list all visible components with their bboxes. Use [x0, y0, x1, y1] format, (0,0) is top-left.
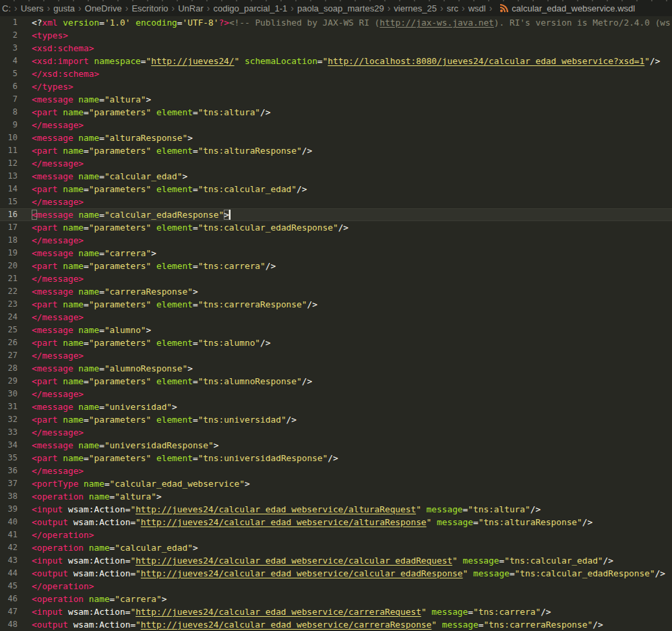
code-line[interactable]: 22<message name="carreraResponse">: [0, 285, 672, 298]
code-line[interactable]: 40<output wsam:Action="http://jueves24/c…: [0, 516, 672, 529]
code-token: "tns:calcular_edadResponse": [198, 222, 338, 233]
line-number: 5: [0, 67, 18, 80]
code-line[interactable]: 43<input wsam:Action="http://jueves24/ca…: [0, 554, 672, 567]
code-text: <operation name="carrera">: [18, 593, 166, 605]
breadcrumb-segment[interactable]: Users: [20, 3, 44, 13]
code-token: =: [193, 376, 198, 386]
line-number: 25: [0, 324, 18, 336]
code-line[interactable]: 29<part name="parameters" element="tns:a…: [0, 375, 672, 388]
code-token: "parameters": [89, 107, 151, 117]
line-number: 32: [0, 413, 18, 426]
code-token: />: [260, 338, 270, 348]
code-token: =: [99, 94, 104, 104]
code-line[interactable]: 14<part name="parameters" element="tns:c…: [0, 183, 672, 196]
code-token: >: [146, 325, 152, 335]
code-line[interactable]: 7<message name="altura">: [0, 93, 672, 106]
code-line[interactable]: 10<message name="alturaResponse">: [0, 131, 672, 144]
code-line[interactable]: 6</types>: [0, 80, 672, 93]
code-token: />: [302, 146, 312, 156]
code-line[interactable]: 47<input wsam:Action="http://jueves24/ca…: [0, 605, 672, 618]
line-number: 9: [0, 119, 18, 131]
breadcrumb-segment[interactable]: OneDrive: [84, 3, 123, 13]
code-line[interactable]: 36</message>: [0, 464, 672, 477]
line-number: 13: [0, 170, 18, 183]
code-line[interactable]: 32<part name="parameters" element="tns:u…: [0, 413, 672, 426]
breadcrumb-segment[interactable]: UnRar: [177, 3, 204, 13]
code-token: message: [437, 517, 473, 527]
chevron-right-icon: ›: [14, 0, 18, 16]
code-line[interactable]: 28<message name="alumnoResponse">: [0, 362, 672, 375]
code-line[interactable]: 19<message name="carrera">: [0, 247, 672, 260]
code-token: http://jueves24/calcular_edad_webservice…: [135, 555, 452, 566]
code-token: <?: [32, 18, 42, 28]
code-line[interactable]: 37<portType name="calcular_edad_webservi…: [0, 477, 672, 490]
code-line[interactable]: 25<message name="alumno">: [0, 324, 672, 336]
code-line[interactable]: 21</message>: [0, 272, 672, 285]
code-text: </message>: [18, 426, 84, 439]
code-text: <message name="altura">: [18, 93, 151, 106]
code-line[interactable]: 18</message>: [0, 234, 672, 247]
breadcrumb-segment[interactable]: codigo_parcial_1-1: [212, 3, 288, 13]
code-line[interactable]: 26<part name="parameters" element="tns:a…: [0, 336, 672, 349]
code-token: xml: [42, 18, 57, 28]
code-token: http://jueves24/calcular_edad_webservice…: [135, 607, 421, 617]
code-line[interactable]: 11<part name="parameters" element="tns:a…: [0, 144, 672, 157]
chevron-right-icon: ›: [172, 0, 175, 16]
breadcrumb-file-name[interactable]: calcular_edad_webservice.wsdl: [512, 3, 635, 13]
code-token: />: [582, 517, 592, 527]
code-line[interactable]: 17<part name="parameters" element="tns:c…: [0, 221, 672, 234]
code-token: />: [603, 555, 613, 566]
code-line[interactable]: 33</message>: [0, 426, 672, 439]
code-area[interactable]: 1<?xml version='1.0' encoding='UTF-8'?><…: [0, 16, 672, 631]
code-line[interactable]: 31<message name="universidad">: [0, 400, 672, 413]
code-token: "tns:calcular_edadResponse": [515, 568, 655, 578]
code-line[interactable]: 9</message>: [0, 119, 672, 131]
code-line[interactable]: 34<message name="universidadResponse">: [0, 439, 672, 452]
code-token: message: [463, 555, 499, 566]
breadcrumb-segment[interactable]: wsdl: [468, 3, 487, 13]
code-line[interactable]: 38<operation name="altura">: [0, 490, 672, 503]
code-line[interactable]: 20<part name="parameters" element="tns:c…: [0, 260, 672, 272]
code-line[interactable]: 42<operation name="calcular_edad">: [0, 541, 672, 554]
line-number: 47: [0, 605, 18, 618]
code-line[interactable]: 5</xsd:schema>: [0, 67, 672, 80]
code-token: </message>: [32, 466, 84, 476]
code-token: "parameters": [89, 299, 151, 309]
code-token: name: [78, 287, 99, 297]
breadcrumb-segment[interactable]: Escritorio: [131, 3, 169, 13]
code-text: <message name="alturaResponse">: [18, 131, 193, 144]
code-line[interactable]: 30</message>: [0, 388, 672, 400]
code-line[interactable]: 12</message>: [0, 157, 672, 170]
code-token: =: [84, 453, 89, 463]
code-token: "tns:alturaResponse": [479, 517, 582, 527]
code-line[interactable]: 44<output wsam:Action="http://jueves24/c…: [0, 567, 672, 580]
code-line[interactable]: 1<?xml version='1.0' encoding='UTF-8'?><…: [0, 16, 672, 29]
code-line[interactable]: 35<part name="parameters" element="tns:u…: [0, 452, 672, 464]
code-line[interactable]: 48<output wsam:Action="http://jueves24/c…: [0, 618, 672, 631]
code-line[interactable]: 2<types>: [0, 29, 672, 42]
breadcrumb-segment[interactable]: src: [446, 3, 459, 13]
code-line[interactable]: 39<input wsam:Action="http://jueves24/ca…: [0, 503, 672, 516]
code-token: <operation: [32, 543, 84, 553]
code-token: message: [442, 620, 479, 630]
breadcrumb-segment[interactable]: paola_soap_martes29: [297, 3, 385, 13]
line-number: 37: [0, 477, 18, 490]
code-text: <part name="parameters" element="tns:alt…: [18, 106, 271, 119]
code-line[interactable]: 45</operation>: [0, 580, 672, 593]
breadcrumb-segment[interactable]: viernes_25: [393, 3, 437, 13]
code-line[interactable]: 27</message>: [0, 349, 672, 362]
code-line[interactable]: 4<xsd:import namespace="http://jueves24/…: [0, 55, 672, 67]
code-token: name: [78, 325, 99, 335]
breadcrumb-segment[interactable]: gusta: [53, 3, 75, 13]
code-line[interactable]: 24</message>: [0, 311, 672, 324]
code-line[interactable]: 16<message name="calcular_edadResponse">: [0, 208, 672, 221]
code-line[interactable]: 46<operation name="carrera">: [0, 593, 672, 605]
code-line[interactable]: 41</operation>: [0, 529, 672, 541]
code-line[interactable]: 15</message>: [0, 196, 672, 208]
breadcrumb-segment[interactable]: C:: [1, 3, 11, 13]
code-line[interactable]: 3<xsd:schema>: [0, 42, 672, 55]
code-line[interactable]: 13<message name="calcular_edad">: [0, 170, 672, 183]
code-line[interactable]: 23<part name="parameters" element="tns:c…: [0, 298, 672, 311]
code-token: name: [63, 415, 84, 425]
code-line[interactable]: 8<part name="parameters" element="tns:al…: [0, 106, 672, 119]
